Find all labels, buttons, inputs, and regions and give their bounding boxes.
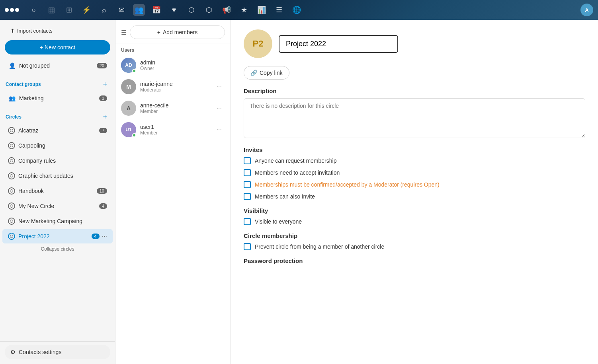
nav-icon-megaphone[interactable]: 📢 [221,4,233,16]
app-logo[interactable] [5,8,19,12]
moderator-confirm-checkbox[interactable] [244,181,251,188]
nav-icon-user-avatar[interactable]: A [580,4,593,16]
member-name: admin [140,59,225,66]
prevent-member-checkbox[interactable] [244,243,251,250]
person-icon: 👤 [8,62,16,70]
nav-icon-clipboard[interactable]: ⬡ [203,4,215,16]
handbook-badge: 10 [97,188,107,194]
sidebar-item-carpooling[interactable]: Carpooling [2,138,113,153]
members-accept-checkbox[interactable] [244,169,251,176]
nav-icon-calendar[interactable]: 📅 [150,4,162,16]
nav-icon-contacts[interactable]: 👥 [133,4,145,16]
visible-everyone-checkbox[interactable] [244,218,251,225]
member-info: anne-cecile Member [140,102,213,114]
nav-icon-chart[interactable]: 📊 [256,4,268,16]
nav-icon-mail[interactable]: ✉ [115,4,127,16]
upload-icon: ⬆ [10,28,15,34]
sidebar-item-alcatraz[interactable]: Alcatraz 7 [2,123,113,138]
topbar: ○ ▦ ⊞ ⚡ ⌕ ✉ 👥 📅 ♥ ⬡ ⬡ 📢 ★ 📊 ☰ 🌐 A [0,0,598,20]
prevent-member-label: Prevent circle from being a member of an… [255,243,384,250]
copy-link-button[interactable]: 🔗 Copy link [244,66,289,80]
members-invite-checkbox-item[interactable]: Members can also invite [244,193,585,200]
sidebar-item-company-rules[interactable]: Company rules [2,154,113,168]
nav-icon-circle[interactable]: ○ [28,4,40,16]
moderator-confirm-checkbox-item[interactable]: Memberships must be confirmed/accepted b… [244,181,585,188]
nav-icon-files[interactable]: ▦ [45,4,57,16]
circle-name-input[interactable] [279,35,398,53]
middle-panel: ☰ + Add members Users AD admin Owner M m… [115,20,231,364]
new-contact-label: + New contact [40,44,75,51]
member-role: Owner [140,66,225,71]
add-contact-group-button[interactable]: + [100,80,109,89]
invites-label: Invites [244,146,585,153]
nav-icon-github[interactable]: ⬡ [186,4,197,16]
members-invite-checkbox[interactable] [244,193,251,200]
sidebar-item-handbook[interactable]: Handbook 10 [2,184,113,198]
anyone-request-checkbox-item[interactable]: Anyone can request membership [244,157,585,164]
member-info: admin Owner [140,59,225,71]
circle-icon [8,142,15,149]
member-name: marie-jeanne [140,81,213,87]
collapse-circles-button[interactable]: Collapse circles [0,244,115,254]
import-contacts-label: Import contacts [17,28,53,34]
nav-icon-star[interactable]: ★ [238,4,250,16]
nav-icon-globe[interactable]: 🌐 [291,4,303,16]
project-2022-badge: 4 [92,234,100,239]
not-grouped-badge: 20 [97,63,107,68]
member-avatar: M [121,79,136,94]
member-menu-button[interactable]: ··· [213,82,225,92]
not-grouped-label: Not grouped [19,62,97,69]
my-new-circle-label: My New Circle [18,203,99,209]
member-item[interactable]: A anne-cecile Member ··· [115,97,231,119]
nav-icon-activity[interactable]: ⚡ [80,4,92,16]
members-accept-checkbox-item[interactable]: Members need to accept invitation [244,169,585,176]
add-members-label: Add members [163,29,197,35]
member-item[interactable]: AD admin Owner [115,55,231,76]
new-contact-button[interactable]: + New contact [5,40,110,55]
add-members-button[interactable]: + Add members [130,25,225,39]
contacts-settings-label: Contacts settings [19,349,61,355]
member-info: marie-jeanne Moderator [140,81,213,93]
right-panel: P2 🔗 Copy link Description Invites Anyon… [231,20,598,364]
member-avatar: A [121,101,136,116]
member-menu-button[interactable]: ··· [213,125,225,135]
sidebar-item-graphic-chart[interactable]: Graphic chart updates [2,169,113,183]
circle-membership-label: Circle membership [244,232,585,239]
circle-avatar: P2 [244,29,272,58]
nav-icon-photos[interactable]: ⊞ [63,4,75,16]
member-item[interactable]: U1 user1 Member ··· [115,119,231,140]
contact-groups-title: Contact groups [6,82,41,87]
member-item[interactable]: M marie-jeanne Moderator ··· [115,76,231,97]
nav-icon-list[interactable]: ☰ [273,4,285,16]
toggle-sidebar-icon[interactable]: ☰ [121,29,127,36]
anyone-request-label: Anyone can request membership [255,158,336,164]
member-role: Member [140,109,213,114]
description-textarea[interactable] [244,98,585,138]
circle-icon [8,157,15,164]
member-menu-button[interactable]: ··· [213,103,225,113]
new-marketing-label: New Marketing Campaing [18,218,107,224]
description-label: Description [244,88,585,94]
plus-icon: + [157,29,160,35]
contacts-settings-button[interactable]: ⚙ Contacts settings [5,345,110,359]
graphic-chart-label: Graphic chart updates [18,173,107,179]
visible-everyone-checkbox-item[interactable]: Visible to everyone [244,218,585,225]
sidebar-item-marketing[interactable]: 👥 Marketing 3 [2,91,113,106]
nav-icon-search[interactable]: ⌕ [98,4,110,16]
alcatraz-label: Alcatraz [18,127,99,134]
users-section-label: Users [115,43,231,55]
copy-link-label: Copy link [260,70,283,76]
online-indicator [132,69,136,73]
import-contacts-button[interactable]: ⬆ Import contacts [5,25,110,37]
main-layout: ⬆ Import contacts + New contact 👤 Not gr… [0,20,598,364]
sidebar-item-not-grouped[interactable]: 👤 Not grouped 20 [2,58,113,73]
nav-icon-health[interactable]: ♥ [168,4,180,16]
sidebar-item-project-2022[interactable]: Project 2022 4 ··· [2,229,113,243]
circle-icon [8,172,15,179]
project-2022-menu[interactable]: ··· [102,233,107,240]
sidebar-item-my-new-circle[interactable]: My New Circle 4 [2,199,113,213]
sidebar-item-new-marketing[interactable]: New Marketing Campaing [2,214,113,228]
add-circle-button[interactable]: + [100,113,109,121]
anyone-request-checkbox[interactable] [244,157,251,164]
prevent-member-checkbox-item[interactable]: Prevent circle from being a member of an… [244,243,585,250]
